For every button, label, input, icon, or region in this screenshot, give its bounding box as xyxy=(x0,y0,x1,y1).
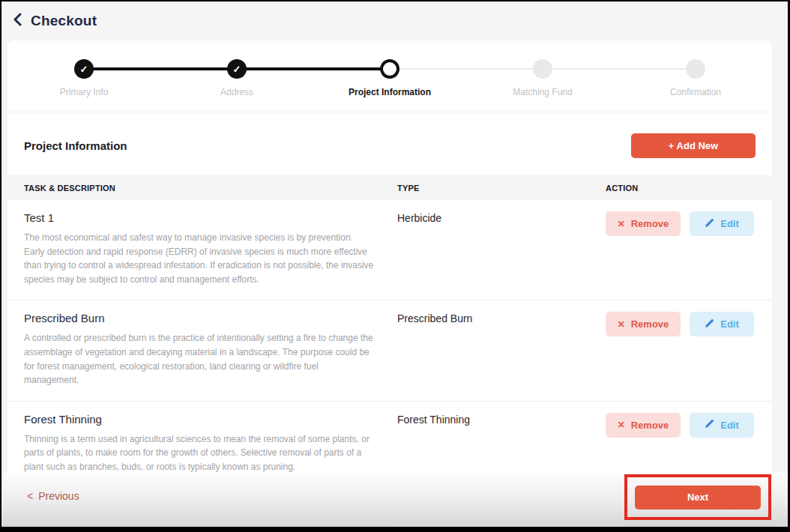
step-project-information[interactable]: Project Information xyxy=(313,40,466,97)
add-new-button[interactable]: + Add New xyxy=(631,133,756,158)
edit-button[interactable]: Edit xyxy=(690,413,754,438)
step-matching-fund: Matching Fund xyxy=(466,40,619,97)
step-primary-info[interactable]: ✓ Primary Info xyxy=(7,40,160,97)
page-title: Checkout xyxy=(31,13,97,29)
row-actions: ✕ Remove Edit xyxy=(606,413,756,438)
x-icon: ✕ xyxy=(618,219,625,229)
step-upcoming-circle xyxy=(533,59,552,79)
step-complete-circle: ✓ xyxy=(74,59,94,79)
table-header-row: TASK & DESCRIPTION TYPE ACTION xyxy=(7,175,772,200)
next-button[interactable]: Next xyxy=(635,486,761,510)
column-header-task: TASK & DESCRIPTION xyxy=(24,184,397,193)
row-actions: ✕ Remove Edit xyxy=(606,312,756,336)
remove-button[interactable]: ✕ Remove xyxy=(606,312,681,336)
x-icon: ✕ xyxy=(618,319,625,330)
previous-button[interactable]: < Previous xyxy=(27,490,79,502)
checkout-card: ✓ Primary Info ✓ Address Project Informa… xyxy=(7,40,772,472)
wizard-footer: < Previous Next xyxy=(1,472,788,527)
remove-button[interactable]: ✕ Remove xyxy=(606,413,681,438)
step-confirmation: Confirmation xyxy=(619,40,772,97)
table-row: Forest Thinning Thinning is a term used … xyxy=(7,402,772,472)
progress-stepper: ✓ Primary Info ✓ Address Project Informa… xyxy=(7,40,772,112)
task-description: Thinning is a term used in agricultural … xyxy=(24,432,375,472)
check-icon: ✓ xyxy=(233,64,241,75)
back-button[interactable] xyxy=(11,13,25,29)
checkout-window: Checkout ✓ Primary Info ✓ Address xyxy=(0,0,790,532)
task-type: Herbicide xyxy=(397,211,606,224)
task-title: Test 1 xyxy=(24,211,397,224)
table-row: Prescribed Burn A controlled or prescrib… xyxy=(7,300,772,401)
step-label: Matching Fund xyxy=(513,87,572,97)
chevron-left-icon: < xyxy=(27,490,33,502)
step-label: Confirmation xyxy=(670,87,721,97)
chevron-left-icon xyxy=(11,13,25,29)
page-header: Checkout xyxy=(1,1,788,40)
pencil-icon xyxy=(705,318,714,330)
check-icon: ✓ xyxy=(80,64,88,75)
edit-button[interactable]: Edit xyxy=(690,312,754,336)
column-header-type: TYPE xyxy=(397,184,606,193)
highlight-annotation-box: Next xyxy=(624,474,771,520)
task-title: Prescribed Burn xyxy=(24,312,397,324)
project-table: TASK & DESCRIPTION TYPE ACTION Test 1 Th… xyxy=(7,175,772,472)
remove-button[interactable]: ✕ Remove xyxy=(606,211,681,236)
section-header: Project Information + Add New xyxy=(7,112,772,158)
pencil-icon xyxy=(705,419,714,431)
x-icon: ✕ xyxy=(618,420,625,430)
step-upcoming-circle xyxy=(686,59,705,79)
task-description: A controlled or prescribed burn is the p… xyxy=(24,331,375,387)
step-current-circle xyxy=(380,59,399,79)
section-title: Project Information xyxy=(24,139,127,152)
task-type: Forest Thinning xyxy=(397,413,606,426)
step-complete-circle: ✓ xyxy=(227,59,247,79)
table-row: Test 1 The most economical and safest wa… xyxy=(7,200,772,300)
step-label: Project Information xyxy=(349,87,431,97)
task-type: Prescribed Burn xyxy=(397,312,606,324)
task-description: The most economical and safest way to ma… xyxy=(24,231,375,286)
column-header-action: ACTION xyxy=(606,184,756,193)
step-label: Primary Info xyxy=(60,87,109,97)
step-address[interactable]: ✓ Address xyxy=(160,40,313,97)
pencil-icon xyxy=(705,218,714,230)
edit-button[interactable]: Edit xyxy=(690,211,754,236)
task-title: Forest Thinning xyxy=(24,413,397,426)
row-actions: ✕ Remove Edit xyxy=(606,211,756,236)
step-label: Address xyxy=(220,87,253,97)
